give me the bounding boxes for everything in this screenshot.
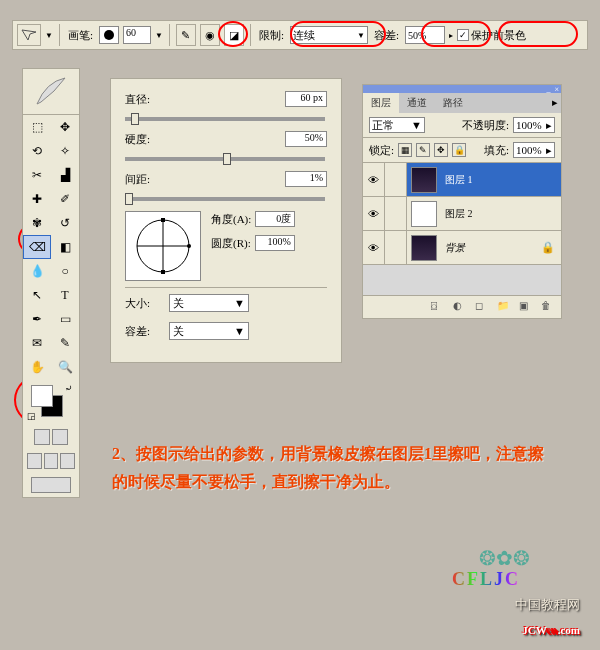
opacity-label: 不透明度: xyxy=(462,118,509,133)
notes-tool[interactable]: ✉ xyxy=(23,331,51,355)
gradient-tool[interactable]: ◧ xyxy=(51,235,79,259)
crop-tool[interactable]: ✂ xyxy=(23,163,51,187)
link-cell[interactable] xyxy=(385,197,407,230)
new-layer-icon[interactable]: ▣ xyxy=(519,300,535,314)
tolerance-arrow[interactable]: ▸ xyxy=(449,31,453,40)
color-swatches[interactable]: ⤾ ◲ xyxy=(23,379,79,425)
hardness-field[interactable]: 50% xyxy=(285,131,327,147)
lasso-tool[interactable]: ⟲ xyxy=(23,139,51,163)
close-icon[interactable]: × xyxy=(554,85,559,93)
link-layers-icon[interactable]: ⌼ xyxy=(431,300,447,314)
limit-label: 限制: xyxy=(257,28,286,43)
diameter-field[interactable]: 60 px xyxy=(285,91,327,107)
layer-thumbnail[interactable] xyxy=(411,167,437,193)
default-colors-icon[interactable]: ◲ xyxy=(27,411,36,421)
marquee-tool[interactable]: ⬚ xyxy=(23,115,51,139)
standard-mode-button[interactable] xyxy=(34,429,50,445)
layer-name[interactable]: 背景 xyxy=(441,241,535,255)
zoom-tool[interactable]: 🔍 xyxy=(51,355,79,379)
tab-channels[interactable]: 通道 xyxy=(399,93,435,113)
lock-pixels-icon[interactable]: ✎ xyxy=(416,143,430,157)
diameter-label: 直径: xyxy=(125,92,163,107)
visibility-icon[interactable]: 👁 xyxy=(363,163,385,196)
tolerance-field[interactable]: 50% xyxy=(405,26,445,44)
screen-mode-3[interactable] xyxy=(60,453,75,469)
limit-select[interactable]: 连续▼ xyxy=(290,26,368,44)
new-group-icon[interactable]: 📁 xyxy=(497,300,513,314)
foreground-color-swatch[interactable] xyxy=(31,385,53,407)
pen-tool[interactable]: ✒ xyxy=(23,307,51,331)
stamp-tool[interactable]: ✾ xyxy=(23,211,51,235)
lock-transparency-icon[interactable]: ▦ xyxy=(398,143,412,157)
angle-field[interactable]: 0度 xyxy=(255,211,295,227)
quickmask-mode-button[interactable] xyxy=(52,429,68,445)
angle-label: 角度(A): xyxy=(211,212,251,227)
spacing-field[interactable]: 1% xyxy=(285,171,327,187)
type-tool[interactable]: T xyxy=(51,283,79,307)
link-cell[interactable] xyxy=(385,231,407,264)
wand-tool[interactable]: ✧ xyxy=(51,139,79,163)
layer-thumbnail[interactable] xyxy=(411,235,437,261)
layer-row[interactable]: 👁 图层 1 xyxy=(363,163,561,197)
delete-layer-icon[interactable]: 🗑 xyxy=(541,300,557,314)
lock-all-icon[interactable]: 🔒 xyxy=(452,143,466,157)
move-tool[interactable]: ✥ xyxy=(51,115,79,139)
visibility-icon[interactable]: 👁 xyxy=(363,197,385,230)
history-brush-tool[interactable]: ↺ xyxy=(51,211,79,235)
minimize-icon[interactable]: _ xyxy=(546,85,550,93)
screen-mode-1[interactable] xyxy=(27,453,42,469)
tool-preset-button[interactable] xyxy=(17,24,41,46)
sampling-swatch-icon[interactable]: ◪ xyxy=(224,24,244,46)
link-cell[interactable] xyxy=(385,163,407,196)
blend-mode-select[interactable]: 正常▼ xyxy=(369,117,425,133)
layer-thumbnail[interactable] xyxy=(411,201,437,227)
angle-control[interactable] xyxy=(125,211,201,281)
spacing-slider[interactable] xyxy=(125,197,325,201)
watermark-en3: .com xyxy=(558,624,580,636)
slice-tool[interactable]: ▟ xyxy=(51,163,79,187)
jump-to-button[interactable] xyxy=(31,477,71,493)
layer-row[interactable]: 👁 背景 🔒 xyxy=(363,231,561,265)
preset-dropdown-arrow[interactable]: ▼ xyxy=(45,31,53,40)
layer-mask-icon[interactable]: ◻ xyxy=(475,300,491,314)
roundness-field[interactable]: 100% xyxy=(255,235,295,251)
protect-foreground-checkbox[interactable]: ✓ 保护前景色 xyxy=(457,28,526,43)
brush-dropdown-arrow[interactable]: ▼ xyxy=(155,31,163,40)
layer-name[interactable]: 图层 1 xyxy=(441,173,561,187)
brush-preview[interactable] xyxy=(99,26,119,44)
hardness-slider[interactable] xyxy=(125,157,325,161)
bg-eraser-tool[interactable]: ⌫ xyxy=(23,235,51,259)
layer-style-icon[interactable]: ◐ xyxy=(453,300,469,314)
shape-tool[interactable]: ▭ xyxy=(51,307,79,331)
visibility-icon[interactable]: 👁 xyxy=(363,231,385,264)
tab-paths[interactable]: 路径 xyxy=(435,93,471,113)
swap-colors-icon[interactable]: ⤾ xyxy=(65,383,73,393)
lock-label: 锁定: xyxy=(369,143,394,158)
eyedropper-tool[interactable]: ✎ xyxy=(51,331,79,355)
tab-layers[interactable]: 图层 xyxy=(363,93,399,113)
tol-dyn-select[interactable]: 关▼ xyxy=(169,322,249,340)
sampling-continuous-icon[interactable]: ✎ xyxy=(176,24,196,46)
dodge-tool[interactable]: ○ xyxy=(51,259,79,283)
brush-size-field[interactable]: 60 xyxy=(123,26,151,44)
svg-point-3 xyxy=(187,244,191,248)
fill-label: 填充: xyxy=(484,143,509,158)
screen-mode-2[interactable] xyxy=(44,453,59,469)
diameter-slider[interactable] xyxy=(125,117,325,121)
hand-tool[interactable]: ✋ xyxy=(23,355,51,379)
path-select-tool[interactable]: ↖ xyxy=(23,283,51,307)
sampling-once-icon[interactable]: ◉ xyxy=(200,24,220,46)
fill-field[interactable]: 100%▸ xyxy=(513,142,555,158)
svg-rect-5 xyxy=(161,270,165,274)
layer-name[interactable]: 图层 2 xyxy=(441,207,561,221)
opacity-field[interactable]: 100%▸ xyxy=(513,117,555,133)
lock-position-icon[interactable]: ✥ xyxy=(434,143,448,157)
svg-rect-4 xyxy=(161,218,165,222)
blur-tool[interactable]: 💧 xyxy=(23,259,51,283)
brush-tool[interactable]: ✐ xyxy=(51,187,79,211)
panel-menu-icon[interactable]: ▸ xyxy=(549,93,561,113)
size-dyn-select[interactable]: 关▼ xyxy=(169,294,249,312)
layer-row[interactable]: 👁 图层 2 xyxy=(363,197,561,231)
logo-text: CFLJC xyxy=(452,569,520,590)
healing-tool[interactable]: ✚ xyxy=(23,187,51,211)
